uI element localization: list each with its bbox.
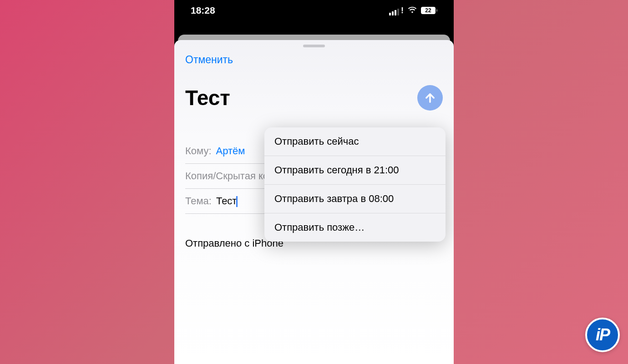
sheet-grabber[interactable] bbox=[303, 45, 325, 47]
arrow-up-icon bbox=[424, 91, 436, 104]
watermark-text: iP bbox=[596, 325, 609, 344]
menu-send-later[interactable]: Отправить позже… bbox=[264, 213, 446, 242]
send-options-menu: Отправить сейчас Отправить сегодня в 21:… bbox=[264, 127, 446, 242]
battery-level: 22 bbox=[425, 7, 431, 14]
watermark-badge: iP bbox=[585, 318, 620, 352]
to-label: Кому: bbox=[185, 145, 212, 157]
phone-screen: 18:28 ! 22 Отменить Тест bbox=[174, 0, 454, 364]
subject-label: Тема: bbox=[185, 195, 212, 207]
subject-display: Тест bbox=[185, 86, 230, 110]
menu-send-now[interactable]: Отправить сейчас bbox=[264, 127, 446, 156]
menu-send-tomorrow[interactable]: Отправить завтра в 08:00 bbox=[264, 185, 446, 213]
subject-input[interactable]: Тест bbox=[216, 195, 237, 207]
status-bar: 18:28 ! 22 bbox=[174, 0, 454, 21]
status-icons: ! 22 bbox=[389, 5, 437, 16]
cellular-icon: ! bbox=[389, 6, 404, 15]
wifi-icon bbox=[407, 5, 417, 16]
battery-icon: 22 bbox=[421, 7, 437, 14]
menu-send-today[interactable]: Отправить сегодня в 21:00 bbox=[264, 156, 446, 185]
cancel-button[interactable]: Отменить bbox=[185, 54, 233, 66]
text-cursor bbox=[236, 196, 238, 207]
to-value[interactable]: Артём bbox=[216, 145, 245, 157]
send-button[interactable] bbox=[417, 85, 443, 111]
status-time: 18:28 bbox=[191, 5, 215, 16]
subject-header-row: Тест bbox=[185, 85, 443, 111]
